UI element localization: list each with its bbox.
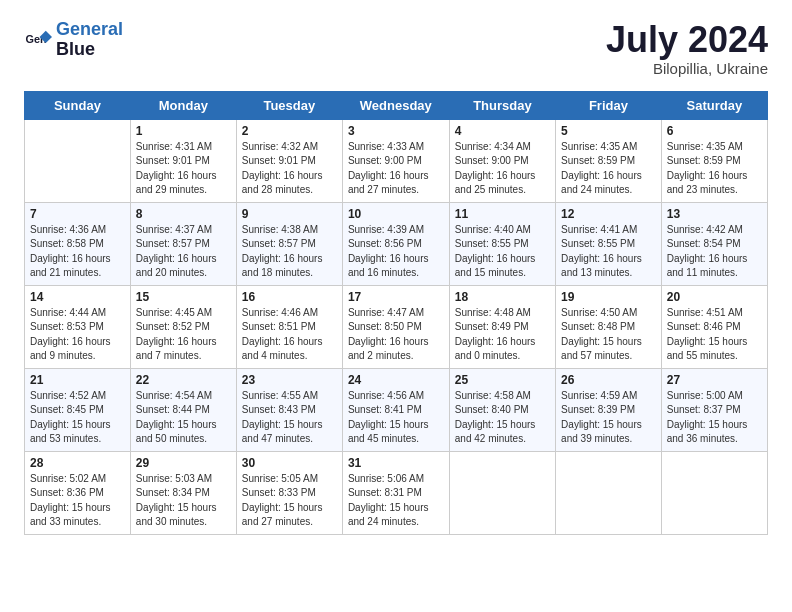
calendar-week-row: 14Sunrise: 4:44 AMSunset: 8:53 PMDayligh… — [25, 285, 768, 368]
day-number: 5 — [561, 124, 656, 138]
calendar-cell: 9Sunrise: 4:38 AMSunset: 8:57 PMDaylight… — [236, 202, 342, 285]
calendar-cell: 11Sunrise: 4:40 AMSunset: 8:55 PMDayligh… — [449, 202, 555, 285]
day-number: 24 — [348, 373, 444, 387]
calendar-cell: 21Sunrise: 4:52 AMSunset: 8:45 PMDayligh… — [25, 368, 131, 451]
calendar-cell: 25Sunrise: 4:58 AMSunset: 8:40 PMDayligh… — [449, 368, 555, 451]
calendar-cell — [661, 451, 767, 534]
month-year: July 2024 — [606, 20, 768, 60]
day-number: 29 — [136, 456, 231, 470]
calendar-cell: 10Sunrise: 4:39 AMSunset: 8:56 PMDayligh… — [342, 202, 449, 285]
day-number: 4 — [455, 124, 550, 138]
calendar-week-row: 21Sunrise: 4:52 AMSunset: 8:45 PMDayligh… — [25, 368, 768, 451]
calendar-cell: 6Sunrise: 4:35 AMSunset: 8:59 PMDaylight… — [661, 119, 767, 202]
day-number: 19 — [561, 290, 656, 304]
calendar-cell: 1Sunrise: 4:31 AMSunset: 9:01 PMDaylight… — [130, 119, 236, 202]
calendar-cell: 18Sunrise: 4:48 AMSunset: 8:49 PMDayligh… — [449, 285, 555, 368]
calendar-cell: 2Sunrise: 4:32 AMSunset: 9:01 PMDaylight… — [236, 119, 342, 202]
location: Bilopillia, Ukraine — [606, 60, 768, 77]
calendar-cell: 17Sunrise: 4:47 AMSunset: 8:50 PMDayligh… — [342, 285, 449, 368]
day-number: 6 — [667, 124, 762, 138]
day-number: 31 — [348, 456, 444, 470]
day-info: Sunrise: 4:58 AMSunset: 8:40 PMDaylight:… — [455, 389, 550, 447]
day-info: Sunrise: 4:46 AMSunset: 8:51 PMDaylight:… — [242, 306, 337, 364]
calendar-cell: 13Sunrise: 4:42 AMSunset: 8:54 PMDayligh… — [661, 202, 767, 285]
day-number: 27 — [667, 373, 762, 387]
calendar-cell: 28Sunrise: 5:02 AMSunset: 8:36 PMDayligh… — [25, 451, 131, 534]
day-number: 14 — [30, 290, 125, 304]
day-info: Sunrise: 5:03 AMSunset: 8:34 PMDaylight:… — [136, 472, 231, 530]
calendar-cell: 3Sunrise: 4:33 AMSunset: 9:00 PMDaylight… — [342, 119, 449, 202]
day-info: Sunrise: 4:45 AMSunset: 8:52 PMDaylight:… — [136, 306, 231, 364]
day-info: Sunrise: 5:06 AMSunset: 8:31 PMDaylight:… — [348, 472, 444, 530]
logo: Gen General Blue — [24, 20, 123, 60]
day-info: Sunrise: 4:41 AMSunset: 8:55 PMDaylight:… — [561, 223, 656, 281]
day-info: Sunrise: 4:37 AMSunset: 8:57 PMDaylight:… — [136, 223, 231, 281]
day-number: 23 — [242, 373, 337, 387]
day-info: Sunrise: 4:31 AMSunset: 9:01 PMDaylight:… — [136, 140, 231, 198]
calendar-cell: 20Sunrise: 4:51 AMSunset: 8:46 PMDayligh… — [661, 285, 767, 368]
calendar-cell: 8Sunrise: 4:37 AMSunset: 8:57 PMDaylight… — [130, 202, 236, 285]
day-info: Sunrise: 4:48 AMSunset: 8:49 PMDaylight:… — [455, 306, 550, 364]
day-number: 22 — [136, 373, 231, 387]
calendar-cell: 30Sunrise: 5:05 AMSunset: 8:33 PMDayligh… — [236, 451, 342, 534]
day-number: 10 — [348, 207, 444, 221]
day-info: Sunrise: 4:34 AMSunset: 9:00 PMDaylight:… — [455, 140, 550, 198]
calendar-cell: 26Sunrise: 4:59 AMSunset: 8:39 PMDayligh… — [556, 368, 662, 451]
day-number: 15 — [136, 290, 231, 304]
calendar-cell: 4Sunrise: 4:34 AMSunset: 9:00 PMDaylight… — [449, 119, 555, 202]
page-header: Gen General Blue July 2024 Bilopillia, U… — [24, 20, 768, 77]
calendar-cell: 19Sunrise: 4:50 AMSunset: 8:48 PMDayligh… — [556, 285, 662, 368]
calendar-week-row: 28Sunrise: 5:02 AMSunset: 8:36 PMDayligh… — [25, 451, 768, 534]
day-number: 21 — [30, 373, 125, 387]
calendar-cell: 14Sunrise: 4:44 AMSunset: 8:53 PMDayligh… — [25, 285, 131, 368]
calendar-cell: 29Sunrise: 5:03 AMSunset: 8:34 PMDayligh… — [130, 451, 236, 534]
day-info: Sunrise: 4:39 AMSunset: 8:56 PMDaylight:… — [348, 223, 444, 281]
day-info: Sunrise: 5:02 AMSunset: 8:36 PMDaylight:… — [30, 472, 125, 530]
calendar-cell: 15Sunrise: 4:45 AMSunset: 8:52 PMDayligh… — [130, 285, 236, 368]
day-number: 30 — [242, 456, 337, 470]
logo-line2: Blue — [56, 40, 123, 60]
day-info: Sunrise: 4:47 AMSunset: 8:50 PMDaylight:… — [348, 306, 444, 364]
logo-line1: General — [56, 19, 123, 39]
day-info: Sunrise: 4:32 AMSunset: 9:01 PMDaylight:… — [242, 140, 337, 198]
weekday-header-tuesday: Tuesday — [236, 91, 342, 119]
calendar-cell: 27Sunrise: 5:00 AMSunset: 8:37 PMDayligh… — [661, 368, 767, 451]
day-number: 28 — [30, 456, 125, 470]
day-number: 11 — [455, 207, 550, 221]
calendar-cell: 5Sunrise: 4:35 AMSunset: 8:59 PMDaylight… — [556, 119, 662, 202]
day-info: Sunrise: 4:44 AMSunset: 8:53 PMDaylight:… — [30, 306, 125, 364]
calendar-week-row: 1Sunrise: 4:31 AMSunset: 9:01 PMDaylight… — [25, 119, 768, 202]
day-info: Sunrise: 4:35 AMSunset: 8:59 PMDaylight:… — [667, 140, 762, 198]
calendar-cell: 22Sunrise: 4:54 AMSunset: 8:44 PMDayligh… — [130, 368, 236, 451]
calendar-cell: 7Sunrise: 4:36 AMSunset: 8:58 PMDaylight… — [25, 202, 131, 285]
day-info: Sunrise: 4:40 AMSunset: 8:55 PMDaylight:… — [455, 223, 550, 281]
calendar-cell — [556, 451, 662, 534]
calendar-cell: 16Sunrise: 4:46 AMSunset: 8:51 PMDayligh… — [236, 285, 342, 368]
day-number: 2 — [242, 124, 337, 138]
day-info: Sunrise: 4:52 AMSunset: 8:45 PMDaylight:… — [30, 389, 125, 447]
calendar-cell: 24Sunrise: 4:56 AMSunset: 8:41 PMDayligh… — [342, 368, 449, 451]
day-number: 18 — [455, 290, 550, 304]
day-number: 20 — [667, 290, 762, 304]
calendar-cell — [25, 119, 131, 202]
weekday-header-friday: Friday — [556, 91, 662, 119]
day-info: Sunrise: 4:38 AMSunset: 8:57 PMDaylight:… — [242, 223, 337, 281]
calendar-cell: 31Sunrise: 5:06 AMSunset: 8:31 PMDayligh… — [342, 451, 449, 534]
calendar-body: 1Sunrise: 4:31 AMSunset: 9:01 PMDaylight… — [25, 119, 768, 534]
calendar-cell: 23Sunrise: 4:55 AMSunset: 8:43 PMDayligh… — [236, 368, 342, 451]
logo-icon: Gen — [24, 26, 52, 54]
calendar-table: SundayMondayTuesdayWednesdayThursdayFrid… — [24, 91, 768, 535]
day-number: 8 — [136, 207, 231, 221]
day-info: Sunrise: 4:36 AMSunset: 8:58 PMDaylight:… — [30, 223, 125, 281]
day-info: Sunrise: 4:35 AMSunset: 8:59 PMDaylight:… — [561, 140, 656, 198]
weekday-header-sunday: Sunday — [25, 91, 131, 119]
day-info: Sunrise: 4:42 AMSunset: 8:54 PMDaylight:… — [667, 223, 762, 281]
day-number: 16 — [242, 290, 337, 304]
day-info: Sunrise: 4:59 AMSunset: 8:39 PMDaylight:… — [561, 389, 656, 447]
weekday-header-saturday: Saturday — [661, 91, 767, 119]
day-number: 7 — [30, 207, 125, 221]
day-number: 12 — [561, 207, 656, 221]
title-block: July 2024 Bilopillia, Ukraine — [606, 20, 768, 77]
day-info: Sunrise: 4:56 AMSunset: 8:41 PMDaylight:… — [348, 389, 444, 447]
weekday-header-monday: Monday — [130, 91, 236, 119]
